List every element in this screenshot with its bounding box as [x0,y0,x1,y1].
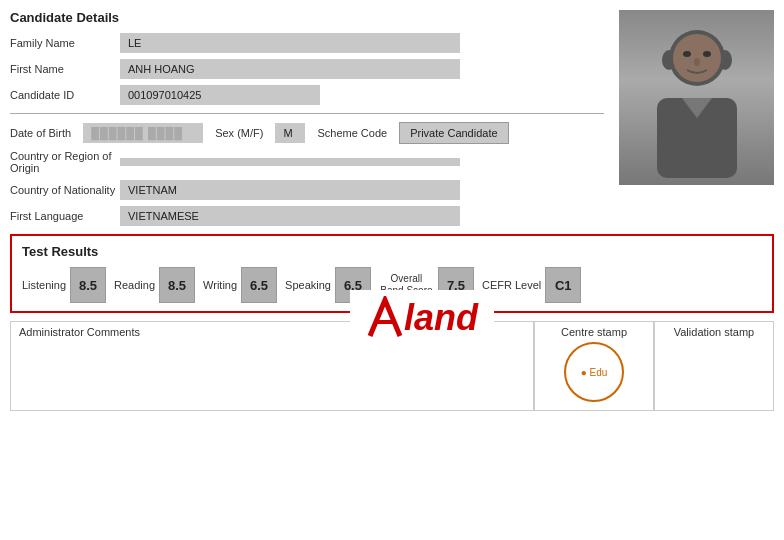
watermark: land [350,290,494,346]
candidate-details-section: Candidate Details [10,10,774,226]
country-region-label: Country or Region of Origin [10,150,120,174]
photo-placeholder [619,10,774,185]
first-name-label: First Name [10,63,120,75]
dob-label: Date of Birth [10,127,71,139]
candidate-id-label: Candidate ID [10,89,120,101]
svg-point-4 [683,51,691,57]
validation-stamp-box: Validation stamp [654,321,774,411]
centre-stamp-circle: ● Edu [564,342,624,402]
dob-value: ██████ ████ [83,123,203,143]
first-language-row: First Language VIETNAMESE [10,206,604,226]
dob-sex-scheme-row: Date of Birth ██████ ████ Sex (M/F) M Sc… [10,122,604,144]
test-results-title: Test Results [22,244,762,259]
first-name-row: First Name ANH HOANG [10,59,604,79]
candidate-id-value: 001097010425 [120,85,320,105]
cefr-group: CEFR Level C1 [482,267,581,303]
section-title: Candidate Details [10,10,604,25]
candidate-photo [619,10,774,185]
aland-logo: land [366,296,478,340]
page: Candidate Details [0,0,784,540]
centre-stamp-label: Centre stamp [561,326,627,338]
listening-label: Listening [22,279,66,291]
aland-text: land [404,297,478,339]
country-nationality-value: VIETNAM [120,180,460,200]
scheme-label: Scheme Code [317,127,387,139]
stamp-circle-text: ● Edu [581,367,608,378]
family-name-row: Family Name LE [10,33,604,53]
reading-group: Reading 8.5 [114,267,195,303]
candidate-id-row: Candidate ID 001097010425 [10,85,604,105]
svg-point-5 [703,51,711,57]
person-silhouette-icon [637,18,757,178]
family-name-value: LE [120,33,460,53]
aland-a-icon [366,296,404,340]
speaking-label: Speaking [285,279,331,291]
writing-group: Writing 6.5 [203,267,277,303]
admin-comments-label: Administrator Comments [19,326,140,338]
scheme-value: Private Candidate [399,122,508,144]
country-region-value [120,158,460,166]
first-language-value: VIETNAMESE [120,206,460,226]
first-name-value: ANH HOANG [120,59,460,79]
country-region-row: Country or Region of Origin [10,150,604,174]
validation-stamp-label: Validation stamp [674,326,755,338]
listening-group: Listening 8.5 [22,267,106,303]
first-language-label: First Language [10,210,120,222]
divider [10,113,604,114]
svg-point-6 [694,58,700,66]
sex-label: Sex (M/F) [215,127,263,139]
reading-score: 8.5 [159,267,195,303]
writing-label: Writing [203,279,237,291]
country-nationality-row: Country of Nationality VIETNAM [10,180,604,200]
sex-value: M [275,123,305,143]
writing-score: 6.5 [241,267,277,303]
country-nationality-label: Country of Nationality [10,184,120,196]
reading-label: Reading [114,279,155,291]
centre-stamp-box: Centre stamp ● Edu [534,321,654,411]
family-name-label: Family Name [10,37,120,49]
cefr-value: C1 [545,267,581,303]
listening-score: 8.5 [70,267,106,303]
